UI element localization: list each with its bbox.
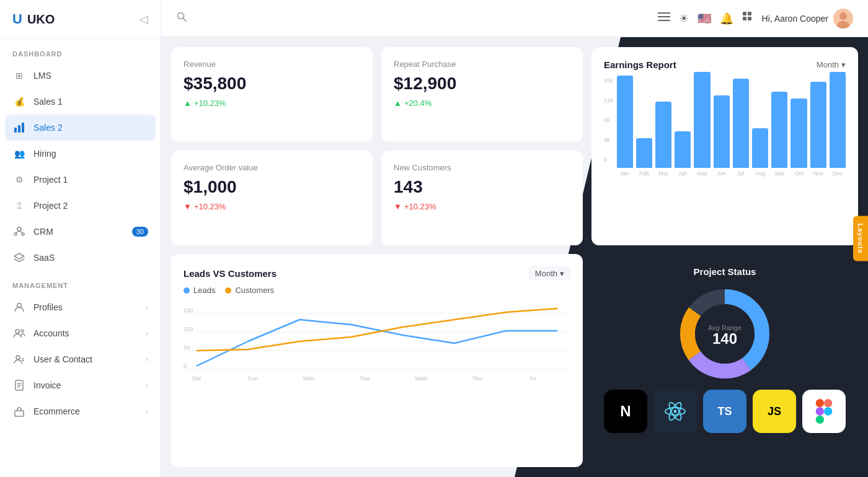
up-arrow-icon: ▲ — [394, 98, 402, 108]
sidebar-item-accounts[interactable]: Accounts › — [0, 320, 161, 346]
tech-icons-row: N TS JS — [604, 390, 846, 433]
sidebar-item-project2[interactable]: ⑄ Project 2 — [0, 193, 161, 219]
bar-col: Mar — [655, 102, 671, 177]
sidebar-item-label: LMS — [33, 71, 51, 81]
avg-label: Average Order value — [184, 163, 360, 172]
donut-svg: Avg Range 140 — [675, 284, 774, 383]
sidebar-item-saas[interactable]: SaaS — [0, 245, 161, 271]
project-status-title: Project Status — [604, 266, 846, 277]
chevron-right-icon: › — [146, 355, 148, 364]
people-icon: 👥 — [12, 147, 26, 160]
theme-icon[interactable]: ☀ — [679, 12, 689, 25]
svg-point-3 — [17, 227, 21, 231]
svg-text:Sat: Sat — [192, 375, 201, 382]
chevron-down-icon: ▾ — [560, 269, 564, 278]
svg-point-4 — [14, 233, 17, 235]
collapse-sidebar-button[interactable]: ◁ — [140, 12, 148, 26]
svg-line-20 — [184, 19, 187, 22]
svg-rect-1 — [18, 125, 20, 133]
bar-col: Apr — [675, 131, 691, 177]
dashboard-section-label: DASHBOARD — [0, 39, 161, 63]
project-status-card: Project Status — [591, 254, 858, 467]
avg-change: ▼ +10.23% — [184, 202, 360, 211]
svg-text:100: 100 — [184, 326, 193, 332]
sidebar-item-label: Project 1 — [33, 175, 68, 185]
sidebar-item-profiles[interactable]: Profiles › — [0, 294, 161, 320]
chevron-right-icon: › — [146, 329, 148, 338]
bar-col: Jun — [714, 95, 730, 177]
leads-month-selector[interactable]: Month ▾ — [529, 266, 570, 281]
avatar — [833, 9, 853, 28]
bar — [790, 98, 807, 168]
javascript-icon: JS — [753, 390, 796, 433]
customers-dot — [225, 287, 231, 294]
sidebar-item-label: SaaS — [33, 253, 55, 263]
contact-icon — [12, 352, 26, 366]
donut-chart: Avg Range 140 — [604, 284, 846, 383]
bar — [810, 82, 826, 168]
customers-change: ▼ +10.23% — [394, 202, 570, 211]
svg-point-11 — [16, 356, 20, 359]
month-selector[interactable]: Month ▾ — [817, 60, 846, 69]
sidebar-item-label: Sales 1 — [33, 97, 63, 107]
bar-month-label: Jan — [620, 170, 629, 177]
customers-legend-item: Customers — [225, 286, 274, 295]
sidebar-item-label: Invoice — [33, 380, 61, 390]
bar-col: Feb — [636, 138, 652, 177]
revenue-card: Revenue $35,800 ▲ +10.23% — [171, 47, 373, 142]
flag-icon[interactable]: 🇺🇸 — [698, 12, 711, 25]
layouts-tab[interactable]: Layouts — [853, 216, 868, 261]
svg-rect-18 — [15, 411, 24, 416]
sidebar-item-sales1[interactable]: 💰 Sales 1 — [0, 89, 161, 115]
svg-point-9 — [16, 330, 19, 333]
sidebar-item-project1[interactable]: ⚙ Project 1 — [0, 167, 161, 193]
sidebar-item-label: User & Contact — [33, 354, 92, 364]
app-name: UKO — [27, 12, 55, 27]
bar-month-label: Jun — [717, 170, 726, 177]
svg-rect-0 — [14, 128, 17, 133]
sidebar-item-label: CRM — [33, 227, 53, 237]
bar-col: Jan — [617, 76, 633, 177]
chevron-right-icon: › — [146, 303, 148, 312]
content-grid: Revenue $35,800 ▲ +10.23% Repeat Purchas… — [161, 37, 868, 477]
sidebar-item-invoice[interactable]: Invoice › — [0, 372, 161, 398]
line-chart-svg: 150 100 50 0 Sat Sun Mon Tue Wed Thu Fri — [184, 301, 570, 382]
up-arrow-icon: ▲ — [184, 98, 192, 108]
bar — [617, 76, 633, 168]
bar-month-label: Sep — [774, 170, 784, 177]
repeat-purchase-card: Repeat Purchase $12,900 ▲ +20.4% — [381, 47, 583, 142]
person-icon — [12, 300, 26, 314]
management-section-label: MANAGEMENT — [0, 271, 161, 294]
customers-label: New Customers — [394, 163, 570, 172]
sidebar-item-crm[interactable]: CRM 30 — [0, 219, 161, 245]
svg-point-56 — [674, 410, 677, 413]
bar-month-label: Nov — [813, 170, 823, 177]
user-greeting: Hi, Aaron Cooper — [762, 14, 828, 24]
bar-col: Oct — [790, 98, 807, 177]
notification-icon[interactable]: 🔔 — [720, 12, 733, 25]
svg-line-6 — [16, 231, 19, 233]
sidebar-item-sales2[interactable]: Sales 2 — [5, 115, 156, 141]
svg-text:Fri: Fri — [529, 375, 536, 382]
chart-icon — [12, 121, 26, 134]
svg-rect-58 — [824, 399, 832, 407]
crm-icon — [12, 225, 26, 239]
app-logo: U UKO — [12, 11, 55, 27]
sidebar-item-ecommerce[interactable]: Ecommerce › — [0, 398, 161, 424]
svg-rect-24 — [743, 12, 746, 15]
bar-month-label: Jul — [737, 170, 745, 177]
main-content: ☀ 🇺🇸 🔔 Hi, Aaron Cooper Revenue $35,800 — [161, 0, 868, 477]
typescript-icon: TS — [703, 390, 746, 433]
sidebar-item-user-contact[interactable]: User & Contact › — [0, 346, 161, 372]
layers-icon — [12, 251, 26, 265]
chevron-right-icon: › — [146, 407, 148, 416]
sidebar-item-hiring[interactable]: 👥 Hiring — [0, 141, 161, 167]
sidebar-item-lms[interactable]: ⊞ LMS — [0, 63, 161, 89]
svg-text:Sun: Sun — [247, 375, 258, 382]
svg-point-60 — [824, 407, 832, 415]
earnings-title: Earnings Report — [604, 59, 676, 70]
logo-icon: U — [12, 11, 22, 27]
menu-icon[interactable] — [658, 12, 670, 25]
bar — [714, 95, 730, 168]
apps-icon[interactable] — [742, 11, 753, 25]
